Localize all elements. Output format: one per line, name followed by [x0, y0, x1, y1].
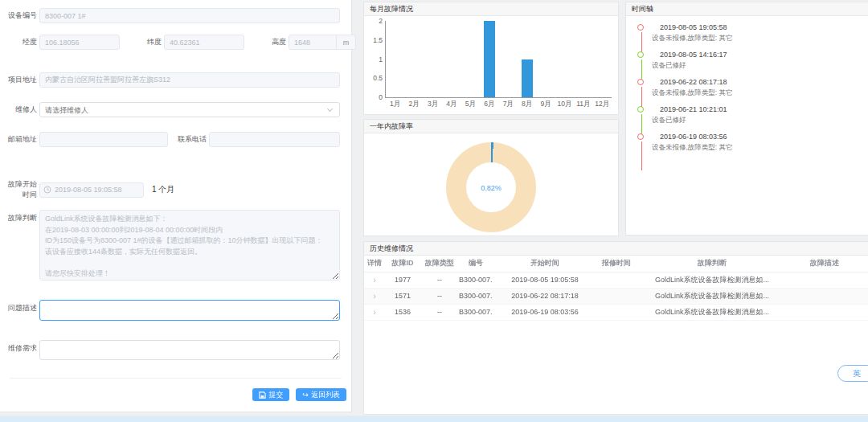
history-cell: 1536 — [385, 304, 420, 320]
fault-judgment-label: 故障判断 — [2, 213, 37, 223]
expand-row-icon[interactable]: › — [373, 307, 376, 317]
history-col-header: 详情 — [364, 256, 385, 272]
repairman-label: 维修人 — [2, 104, 37, 115]
timeline-desc: 设备未报修,故障类型: 其它 — [652, 88, 868, 97]
bar-slot: 9月 — [536, 21, 555, 97]
problem-desc-textarea[interactable] — [39, 300, 340, 321]
bar-slot: 11月 — [574, 21, 592, 97]
timeline-time: 2019-08-05 19:05:58 — [660, 23, 868, 33]
monthly-fault-title: 每月故障情况 — [364, 2, 618, 16]
address-input[interactable] — [39, 72, 340, 88]
timeline-item: 2019-06-21 10:21:01设备已修好 — [631, 104, 868, 132]
history-cell: GoldLink系统设备故障检测消息如... — [636, 304, 788, 320]
timeline-panel: 时间轴 2019-08-05 19:05:58设备未报修,故障类型: 其它201… — [625, 2, 868, 236]
history-cell: -- — [420, 272, 459, 288]
timeline-time: 2019-06-19 08:03:56 — [660, 132, 868, 142]
timeline-dot-icon — [637, 106, 644, 113]
y-axis-tick-label: 2 — [365, 17, 383, 25]
bar-slot: 8月 — [518, 21, 536, 97]
email-input[interactable] — [39, 132, 168, 147]
history-cell: B300-007... — [459, 304, 493, 320]
timeline-title: 时间轴 — [626, 2, 868, 16]
fault-detail-form: 设备编号 经度 纬度 高度 m 项目地址 维修人 邮箱地址 联系电话 — [0, 0, 352, 412]
history-cell: 1571 — [385, 288, 420, 304]
donut-center-label: 0.82% — [446, 184, 536, 192]
phone-input[interactable] — [209, 132, 340, 147]
language-toggle-button[interactable]: 英 — [837, 365, 868, 382]
fault-start-input[interactable] — [39, 182, 144, 198]
y-axis-tick-label: 0 — [365, 93, 383, 101]
monthly-fault-panel: 每月故障情况 00.511.521月2月3月4月5月6月7月8月9月10月11月… — [363, 2, 619, 115]
expand-row-icon[interactable]: › — [373, 291, 376, 301]
x-axis-tick-label: 6月 — [480, 100, 498, 109]
bar-slot: 10月 — [555, 21, 574, 97]
x-axis-tick-label: 11月 — [574, 100, 592, 109]
history-row: ›1536--B300-007...2019-06-19 08:03:56Gol… — [364, 304, 868, 320]
history-cell: 2019-06-22 08:17:18 — [493, 288, 597, 304]
history-cell: -- — [420, 288, 459, 304]
x-axis-tick-label: 1月 — [386, 100, 404, 109]
altitude-input[interactable] — [289, 35, 337, 50]
fault-judgment-textarea[interactable]: GoldLink系统设备故障检测消息如下： 在2019-08-03 00:00:… — [39, 210, 340, 281]
altitude-unit: m — [337, 35, 356, 50]
history-cell: GoldLink系统设备故障检测消息如... — [636, 288, 788, 304]
device-no-input[interactable] — [39, 8, 340, 23]
repair-need-label: 维修需求 — [2, 343, 37, 354]
expand-row-icon[interactable]: › — [373, 275, 376, 285]
history-header-row: 详情故障ID故障类型编号开始时间报修时间故障判断故障描述维修状态 — [364, 256, 868, 272]
timeline-item: 2019-06-22 08:17:18设备未报修,故障类型: 其它 — [631, 77, 868, 104]
bar-slot: 6月 — [480, 21, 498, 97]
latitude-label: 纬度 — [129, 37, 162, 47]
history-cell: 2019-08-05 19:05:58 — [493, 272, 597, 288]
history-col-header: 故障类型 — [420, 256, 459, 272]
history-cell: -- — [420, 304, 459, 320]
history-cell — [597, 304, 636, 320]
timeline-desc: 设备未报修,故障类型: 其它 — [652, 142, 868, 152]
repairman-select[interactable] — [39, 102, 340, 117]
save-icon — [259, 391, 266, 399]
address-label: 项目地址 — [2, 75, 37, 85]
y-axis-tick-label: 1.5 — [365, 36, 383, 44]
timeline-time: 2019-08-05 14:16:17 — [660, 50, 868, 60]
back-to-list-button[interactable]: ↪ 返回列表 — [296, 388, 346, 401]
y-axis-tick-label: 1 — [365, 55, 383, 64]
timeline-item: 2019-08-05 19:05:58设备未报修,故障类型: 其它 — [631, 23, 868, 50]
history-cell: 待处理 — [861, 272, 868, 288]
history-cell — [788, 304, 861, 320]
history-table: 详情故障ID故障类型编号开始时间报修时间故障判断故障描述维修状态 ›1977--… — [364, 256, 868, 321]
history-col-header: 编号 — [459, 256, 493, 272]
history-cell: 已修好 — [861, 304, 868, 320]
history-cell: B300-007... — [459, 288, 493, 304]
maintenance-dashboard: 设备编号 经度 纬度 高度 m 项目地址 维修人 邮箱地址 联系电话 — [0, 0, 868, 422]
history-row: ›1571--B300-007...2019-06-22 08:17:18Gol… — [364, 288, 868, 304]
x-axis-tick-label: 8月 — [518, 100, 536, 109]
fault-start-label: 故障开始时间 — [2, 179, 37, 200]
bar-8月 — [522, 59, 533, 98]
bottom-strip — [0, 416, 868, 422]
x-axis-tick-label: 10月 — [555, 100, 574, 109]
bar-slot: 5月 — [461, 21, 480, 97]
x-axis-tick-label: 2月 — [404, 100, 423, 109]
timeline-dot-icon — [637, 133, 644, 140]
history-col-header: 故障判断 — [636, 256, 788, 272]
latitude-input[interactable] — [164, 35, 244, 50]
history-title: 历史维修情况 — [364, 242, 868, 256]
history-col-header: 故障ID — [385, 256, 420, 272]
donut-chart: 0.82% — [446, 142, 536, 232]
history-row: ›1977--B300-007...2019-08-05 19:05:58Gol… — [364, 272, 868, 288]
timeline-item: 2019-06-19 08:03:56设备未报修,故障类型: 其它 — [631, 132, 868, 159]
longitude-input[interactable] — [39, 35, 120, 50]
submit-button[interactable]: 提交 — [252, 388, 289, 401]
repair-need-textarea[interactable] — [39, 340, 340, 360]
bar-slot: 1月 — [386, 21, 404, 97]
history-body: ›1977--B300-007...2019-08-05 19:05:58Gol… — [364, 272, 868, 320]
longitude-label: 经度 — [2, 37, 37, 47]
x-axis-tick-label: 3月 — [424, 100, 442, 109]
device-no-label: 设备编号 — [2, 10, 37, 21]
altitude-label: 高度 — [254, 37, 286, 47]
history-panel: 历史维修情况 详情故障ID故障类型编号开始时间报修时间故障判断故障描述维修状态 … — [363, 241, 868, 415]
x-axis-tick-label: 7月 — [499, 100, 518, 109]
timeline-item: 2019-08-05 14:16:17设备已修好 — [631, 50, 868, 77]
history-col-header: 报修时间 — [597, 256, 636, 272]
x-axis-tick-label: 5月 — [461, 100, 480, 109]
